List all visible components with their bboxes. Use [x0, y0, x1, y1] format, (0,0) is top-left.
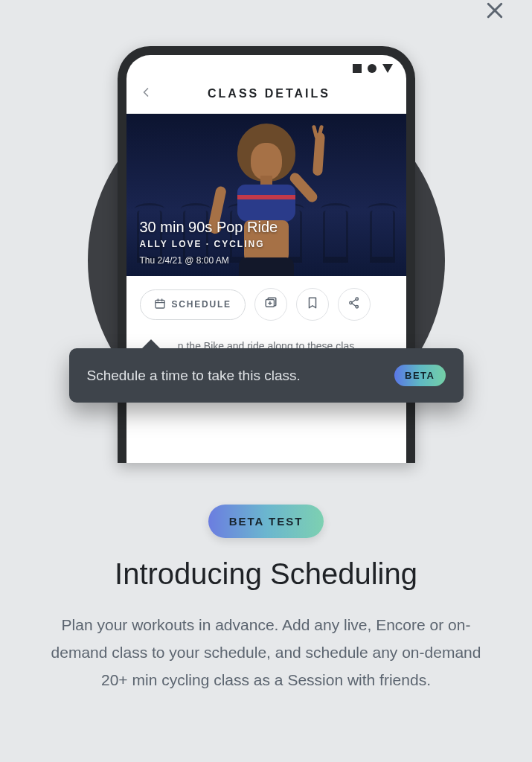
calendar-icon: [154, 298, 166, 312]
schedule-button-label: SCHEDULE: [172, 299, 231, 310]
class-hero-image[interactable]: 30 min 90s Pop Ride ALLY LOVE · CYCLING …: [126, 114, 406, 276]
nav-title: CLASS DETAILS: [144, 87, 394, 100]
schedule-tooltip: Schedule a time to take this class. BETA: [69, 348, 464, 403]
nav-bar: CLASS DETAILS: [126, 77, 406, 114]
svg-line-12: [352, 300, 356, 303]
hero-illustration: CLASS DETAILS 30 min 90s Pop Ride ALLY: [0, 0, 532, 476]
add-to-collection-button[interactable]: [254, 288, 287, 321]
square-icon: [353, 64, 362, 73]
beta-test-badge: BETA TEST: [208, 505, 324, 538]
circle-icon: [368, 64, 376, 73]
triangle-down-icon: [382, 64, 393, 73]
promo-title: Introducing Scheduling: [43, 557, 489, 591]
share-button[interactable]: [338, 288, 371, 321]
svg-rect-2: [156, 300, 164, 308]
beta-badge: BETA: [394, 365, 445, 386]
class-subtitle: ALLY LOVE · CYCLING: [140, 239, 278, 249]
class-time: Thu 2/4/21 @ 8:00 AM: [140, 255, 278, 266]
svg-line-13: [352, 304, 356, 307]
tooltip-text: Schedule a time to take this class.: [87, 368, 301, 384]
action-row: SCHEDULE: [126, 276, 406, 333]
bookmark-icon: [306, 296, 319, 313]
android-status-icons: [126, 55, 406, 77]
class-title: 30 min 90s Pop Ride: [140, 219, 278, 236]
promo-section: BETA TEST Introducing Scheduling Plan yo…: [0, 505, 532, 694]
share-icon: [347, 296, 361, 313]
schedule-button[interactable]: SCHEDULE: [140, 289, 246, 320]
bookmark-button[interactable]: [296, 288, 329, 321]
add-collection-icon: [264, 296, 278, 313]
promo-body: Plan your workouts in advance. Add any l…: [43, 612, 489, 694]
